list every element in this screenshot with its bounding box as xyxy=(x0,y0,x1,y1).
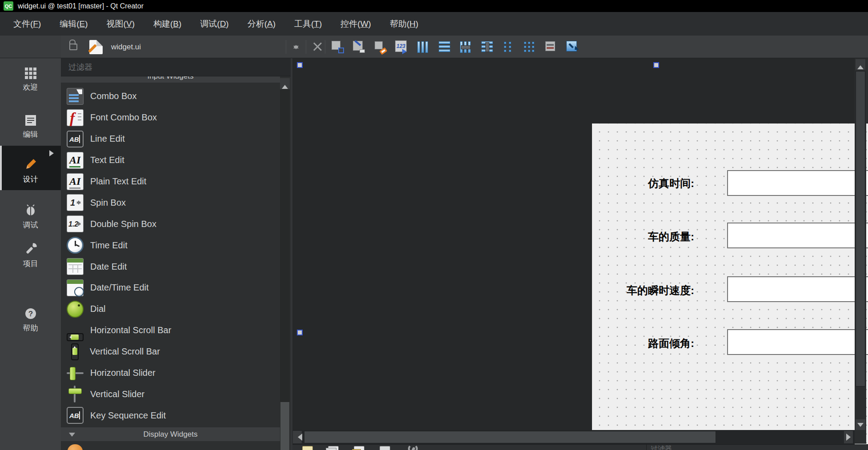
edit-signals-slots-icon[interactable] xyxy=(352,40,366,54)
widget-item-font-combo-box[interactable]: fFont Combo Box xyxy=(61,107,280,128)
menu-tools[interactable]: 工具(T) xyxy=(285,18,331,30)
toolbar-separator xyxy=(286,40,286,54)
widget-item-dial[interactable]: Dial xyxy=(61,299,280,320)
toolbar-separator xyxy=(306,40,306,54)
delete-icon[interactable] xyxy=(380,446,390,450)
projects-wrench-icon xyxy=(24,243,37,255)
lay-out-vertically-splitter-icon[interactable] xyxy=(480,40,494,54)
lay-out-vertically-icon[interactable] xyxy=(438,40,451,54)
title-bar: QC widget.ui @ test01 [master] - Qt Crea… xyxy=(0,0,868,12)
form-input-road-incline[interactable] xyxy=(727,329,868,355)
form-label-road-incline[interactable]: 路面倾角: xyxy=(605,336,694,350)
lay-out-horizontally-icon[interactable] xyxy=(416,40,430,54)
menu-widgets[interactable]: 控件(W) xyxy=(331,18,380,30)
form-canvas[interactable]: 仿真时间: 车的质量: SAVE 车的瞬时速度: 路面倾角: xyxy=(592,123,868,450)
current-document-name[interactable]: widget.ui xyxy=(111,36,141,58)
canvas-scroll-up-icon[interactable] xyxy=(856,59,865,70)
lay-out-form-layout-icon[interactable] xyxy=(502,40,515,54)
help-icon: ? xyxy=(24,307,37,320)
widget-item-time-edit[interactable]: Time Edit xyxy=(61,235,280,256)
form-input-car-mass[interactable] xyxy=(727,223,868,248)
widget-item-vertical-scroll-bar[interactable]: Vertical Scroll Bar xyxy=(61,341,280,362)
widget-filter xyxy=(61,58,291,76)
widget-item-spin-box[interactable]: 1Spin Box xyxy=(61,192,280,213)
plain-text-edit-icon: AI xyxy=(67,173,84,190)
adjust-size-icon[interactable] xyxy=(566,40,579,54)
menu-build[interactable]: 构建(B) xyxy=(144,18,191,30)
qt-creator-window: QC widget.ui @ test01 [master] - Qt Crea… xyxy=(0,0,868,450)
mode-edit[interactable]: 编辑 xyxy=(0,115,61,139)
widget-item-line-edit[interactable]: ABLine Edit xyxy=(61,128,280,150)
lock-icon[interactable] xyxy=(69,44,77,50)
canvas-scroll-down-icon[interactable] xyxy=(856,419,865,430)
menu-analyze[interactable]: 分析(A) xyxy=(238,18,285,30)
widget-item-date-edit[interactable]: Date Edit xyxy=(61,256,280,277)
edit-document-icon xyxy=(25,115,36,126)
resize-handle-top-center[interactable] xyxy=(653,62,659,68)
canvas-hscrollbar-handle[interactable] xyxy=(304,431,716,443)
menu-edit[interactable]: 编辑(E) xyxy=(50,18,97,30)
widget-item-plain-text-edit[interactable]: AIPlain Text Edit xyxy=(61,171,280,192)
lay-out-horizontally-splitter-icon[interactable] xyxy=(459,40,472,54)
widget-item-vertical-slider[interactable]: Vertical Slider xyxy=(61,383,280,405)
date-edit-icon xyxy=(67,258,84,275)
section-header-input-widgets[interactable]: Input Widgets xyxy=(61,76,280,83)
mode-debug[interactable]: 调试 xyxy=(0,204,61,230)
canvas-scroll-left-icon[interactable] xyxy=(293,431,302,443)
canvas-scroll-right-icon[interactable] xyxy=(844,431,853,443)
section-collapse-arrow-icon xyxy=(69,433,75,440)
time-edit-icon xyxy=(67,237,84,254)
form-label-instant-speed[interactable]: 车的瞬时速度: xyxy=(605,283,694,298)
break-layout-icon[interactable] xyxy=(544,40,558,54)
spin-box-icon: 1 xyxy=(67,194,84,211)
mode-help[interactable]: ? 帮助 xyxy=(0,307,61,333)
text-edit-icon: AI xyxy=(67,152,84,169)
menu-debug[interactable]: 调试(D) xyxy=(191,18,238,30)
edit-tab-order-icon[interactable]: 123 xyxy=(395,40,408,54)
line-edit-icon: AB xyxy=(67,131,84,147)
canvas-vscrollbar-handle[interactable] xyxy=(856,71,865,386)
copy-icon[interactable] xyxy=(328,446,339,450)
bottom-filter-placeholder[interactable]: 过滤器 xyxy=(651,445,672,450)
widget-item-label-partial[interactable] xyxy=(67,443,84,450)
configure-icon[interactable] xyxy=(407,446,418,450)
widget-item-combo-box[interactable]: Combo Box xyxy=(61,86,280,107)
horizontal-scroll-bar-icon xyxy=(67,333,84,341)
edit-buddies-icon[interactable] xyxy=(374,40,387,54)
new-action-icon[interactable] xyxy=(302,446,313,450)
widget-item-date-time-edit[interactable]: Date/Time Edit xyxy=(61,277,280,299)
widget-item-double-spin-box[interactable]: 1.2Double Spin Box xyxy=(61,213,280,235)
resize-handle-left-middle[interactable] xyxy=(297,330,303,335)
resize-handle-top-left[interactable] xyxy=(297,62,303,68)
form-input-instant-speed[interactable] xyxy=(727,276,868,302)
widget-filter-input[interactable] xyxy=(61,58,291,76)
menu-help[interactable]: 帮助(H) xyxy=(380,18,428,30)
bottom-panel-divider xyxy=(646,444,647,450)
menu-view[interactable]: 视图(V) xyxy=(97,18,144,30)
section-header-display-widgets[interactable]: Display Widgets xyxy=(61,427,280,441)
form-label-simulation-time[interactable]: 仿真时间: xyxy=(605,176,694,191)
widget-item-text-edit[interactable]: AIText Edit xyxy=(61,150,280,171)
widget-item-horizontal-slider[interactable]: Horizontal Slider xyxy=(61,362,280,384)
widget-box-scrollbar-handle[interactable] xyxy=(280,402,289,450)
form-label-car-mass[interactable]: 车的质量: xyxy=(605,230,694,244)
form-input-simulation-time[interactable] xyxy=(727,170,868,196)
mode-projects[interactable]: 项目 xyxy=(0,243,61,269)
widget-box-scroll-up-icon[interactable] xyxy=(280,78,290,89)
toolbar-separator xyxy=(325,40,325,54)
widget-item-key-sequence-edit[interactable]: ABKey Sequence Edit xyxy=(61,405,280,426)
mode-design[interactable]: 设计 xyxy=(0,158,61,184)
horizontal-slider-icon xyxy=(67,365,84,382)
mode-welcome[interactable]: 欢迎 xyxy=(0,68,61,92)
document-spinner-icon[interactable] xyxy=(292,41,300,53)
menu-bar: 文件(F) 编辑(E) 视图(V) 构建(B) 调试(D) 分析(A) 工具(T… xyxy=(0,12,868,36)
widget-box-scrollbar-track[interactable] xyxy=(280,78,290,450)
menu-file[interactable]: 文件(F) xyxy=(4,18,50,30)
close-document-icon[interactable] xyxy=(312,41,323,52)
edit-widgets-icon[interactable] xyxy=(331,40,344,54)
lay-out-in-grid-icon[interactable] xyxy=(523,40,536,54)
vertical-scroll-bar-icon xyxy=(71,343,79,360)
widget-item-horizontal-scroll-bar[interactable]: Horizontal Scroll Bar xyxy=(61,320,280,341)
debug-flyout-arrow-icon[interactable] xyxy=(49,150,57,156)
paste-icon[interactable] xyxy=(354,446,364,450)
